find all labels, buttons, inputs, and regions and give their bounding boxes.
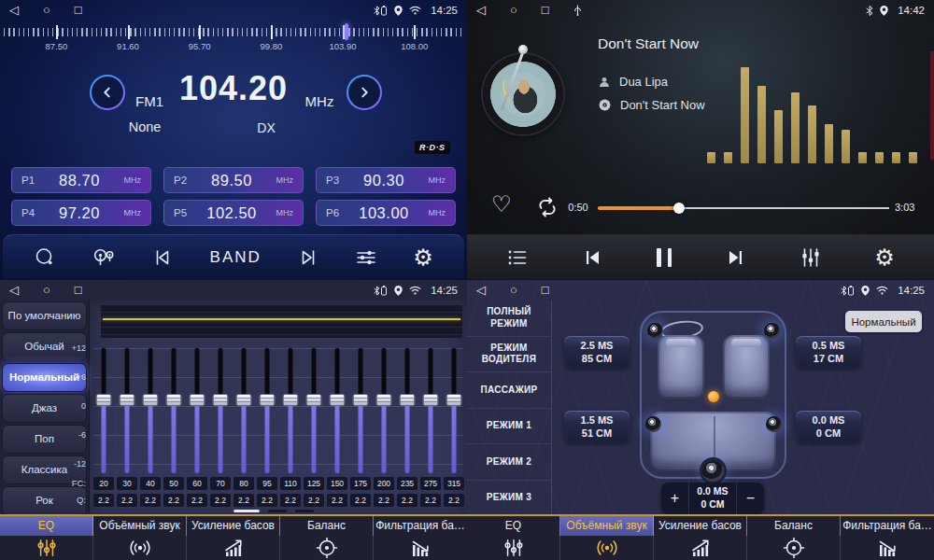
tab-bass-filter[interactable]: Фильтрация ба… [841,516,934,560]
eq-slider-track[interactable] [289,348,293,473]
home-icon[interactable]: ○ [43,280,50,301]
band-button[interactable]: BAND [210,248,262,267]
eq-slider-track[interactable] [102,348,106,473]
eq-slider-track[interactable] [195,348,200,473]
decrease-delay-button[interactable]: − [736,483,764,514]
eq-slider-handle[interactable] [120,394,135,406]
back-icon[interactable]: ◁ [9,280,19,301]
eq-slider-track[interactable] [429,348,433,473]
eq-slider-handle[interactable] [283,394,299,406]
tab-eq[interactable]: EQ [467,516,560,560]
tab-bass-filter[interactable]: Фильтрация ба… [374,516,467,560]
tune-up-button[interactable] [347,75,382,110]
delay-rear-right-button[interactable]: 0.0 MS 0 CM [796,411,861,442]
next-station-button[interactable] [297,246,319,269]
pause-button[interactable] [657,248,672,267]
preset-label: P5 [174,207,194,218]
delay-rear-left-button[interactable]: 1.5 MS 51 CM [564,411,630,442]
next-track-button[interactable] [724,246,746,269]
eq-slider-handle[interactable] [353,394,369,406]
listening-mode-button[interactable]: ПАССАЖИР [467,372,551,409]
back-icon[interactable]: ◁ [476,280,486,301]
preset-button[interactable]: P4 97.20 MHz [11,200,151,226]
progress-track[interactable] [598,207,889,209]
tab-surround[interactable]: Объёмный звук [560,516,654,560]
broadcast-button[interactable] [92,246,116,269]
back-icon[interactable]: ◁ [9,0,19,21]
tab-surround[interactable]: Объёмный звук [93,516,187,560]
tune-down-button[interactable] [90,75,125,110]
eq-slider-handle[interactable] [143,394,159,406]
recents-icon[interactable]: □ [542,280,549,301]
fc-values-row: 2030405060708095110125150175200235275315 [93,477,464,490]
eq-slider-handle[interactable] [260,394,276,406]
eq-slider-track[interactable] [265,348,270,473]
settings-button[interactable]: ⚙ [874,246,895,269]
recents-icon[interactable]: □ [75,0,82,21]
listening-mode-button[interactable]: РЕЖИМ 2 [467,444,551,481]
home-icon[interactable]: ○ [510,0,517,21]
eq-scroll-indicator[interactable] [234,510,314,512]
tab-eq[interactable]: EQ [0,516,93,560]
listening-mode-button[interactable]: РЕЖИМ 3 [467,481,551,517]
eq-shortcut-button[interactable] [800,246,822,269]
eq-slider-track[interactable] [335,348,340,473]
tab-balance[interactable]: Баланс [280,516,374,560]
preset-button[interactable]: P2 89.50 MHz [163,167,304,193]
previous-track-button[interactable] [582,246,604,269]
listening-mode-button[interactable]: ПОЛНЫЙ РЕЖИМ [467,301,551,337]
recents-icon[interactable]: □ [75,280,82,301]
eq-slider-track[interactable] [312,348,317,473]
eq-slider-track[interactable] [172,348,177,473]
preset-button[interactable]: P6 103.00 MHz [316,200,456,226]
repeat-button[interactable] [536,196,559,222]
eq-slider-handle[interactable] [96,394,112,406]
eq-slider-track[interactable] [452,348,457,473]
eq-slider-track[interactable] [242,348,247,473]
eq-slider-handle[interactable] [166,394,182,406]
eq-slider-handle[interactable] [376,394,392,406]
scan-button[interactable] [34,246,56,269]
listening-mode-button[interactable]: РЕЖИМ 1 [467,409,551,445]
preset-button[interactable]: P3 90.30 MHz [316,167,456,193]
q-value: 2.2 [210,494,231,507]
eq-slider-handle[interactable] [190,394,205,406]
home-icon[interactable]: ○ [510,280,517,301]
eq-slider-handle[interactable] [330,394,346,406]
tab-bass-boost[interactable]: Усиление басов [654,516,747,560]
equalizer-shortcut-button[interactable] [355,246,377,269]
delay-front-right-button[interactable]: 0.5 MS 17 CM [796,336,861,368]
eq-slider-track[interactable] [359,348,363,473]
eq-slider-track[interactable] [405,348,410,473]
preset-button[interactable]: P5 102.50 MHz [163,200,304,226]
eq-slider-track[interactable] [382,348,387,473]
tab-balance[interactable]: Баланс [747,516,841,560]
chevron-right-icon [357,85,372,100]
eq-slider-handle[interactable] [400,394,416,406]
eq-band-slider [444,341,464,481]
eq-slider-handle[interactable] [306,394,322,406]
eq-slider-handle[interactable] [446,394,462,406]
increase-delay-button[interactable]: + [661,483,689,514]
delay-front-left-button[interactable]: 2.5 MS 85 CM [564,336,630,368]
progress-thumb[interactable] [673,203,685,214]
previous-station-button[interactable] [151,246,174,269]
sound-profile-button[interactable]: Нормальный [845,311,922,332]
tab-bass-boost[interactable]: Усиление басов [187,516,280,560]
eq-slider-track[interactable] [149,348,153,473]
settings-button[interactable]: ⚙ [413,246,433,269]
back-icon[interactable]: ◁ [476,0,486,21]
eq-slider-track[interactable] [219,348,223,473]
eq-slider-track[interactable] [125,348,130,473]
eq-slider-handle[interactable] [213,394,229,406]
eq-slider-handle[interactable] [423,394,439,406]
favorite-button[interactable]: ♡ [491,191,512,217]
home-icon[interactable]: ○ [43,0,50,21]
preset-button[interactable]: P1 88.70 MHz [11,167,151,193]
recents-icon[interactable]: □ [542,0,549,21]
eq-preset-button[interactable]: По умолчанию [2,301,87,330]
spectrum-bar [791,92,800,163]
eq-slider-handle[interactable] [236,394,252,406]
listening-mode-button[interactable]: РЕЖИМ ВОДИТЕЛЯ [467,337,551,373]
playlist-button[interactable] [506,246,529,269]
